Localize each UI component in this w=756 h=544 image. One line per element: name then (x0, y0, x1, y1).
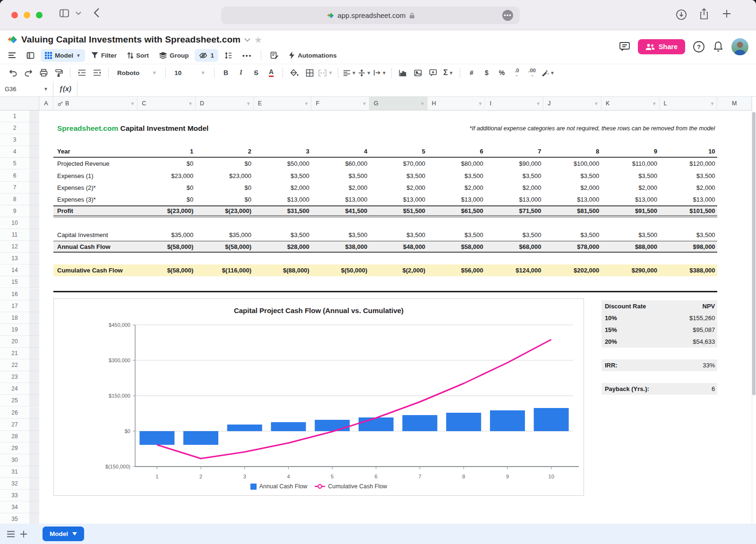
scrollbar-thumb[interactable] (752, 112, 756, 395)
table-row-expenses-3[interactable]: Expenses (3)*$0$0$13,000$13,000$13,000$1… (53, 194, 717, 205)
forms-button[interactable] (266, 49, 283, 62)
merge-cells-button[interactable]: ▼ (318, 67, 333, 79)
sum-button[interactable]: Σ▼ (442, 67, 455, 79)
cell[interactable]: $88,000 (601, 241, 660, 252)
cell[interactable]: $48,000 (369, 241, 428, 252)
cell[interactable]: $3,500 (254, 229, 312, 241)
undo-icon[interactable] (7, 67, 20, 79)
row-header-34[interactable]: 34 (0, 502, 29, 513)
cell[interactable]: $23,000 (137, 170, 196, 182)
cell[interactable]: 2 (196, 146, 254, 157)
column-header-C[interactable]: C▼ (137, 97, 196, 110)
cell[interactable]: $13,000 (486, 194, 544, 205)
row-header-20[interactable]: 20 (0, 336, 29, 348)
table-row-projected-revenue[interactable]: Projected Revenue$0$0$50,000$60,000$70,0… (53, 158, 717, 170)
group-button[interactable]: Group (155, 49, 193, 62)
row-header-7[interactable]: 7 (0, 182, 29, 194)
row-label[interactable]: Profit (57, 206, 73, 215)
add-sheet-icon[interactable] (20, 530, 27, 538)
notifications-bell-icon[interactable] (713, 41, 724, 53)
cell[interactable]: $3,500 (311, 170, 369, 182)
column-header-L[interactable]: L▼ (660, 97, 718, 110)
cell[interactable]: $2,000 (486, 182, 544, 194)
npv-table-header[interactable]: Discount RateNPV (601, 300, 717, 312)
cell[interactable]: $0 (196, 158, 254, 170)
indent-increase-icon[interactable] (75, 67, 88, 79)
row-header-33[interactable]: 33 (0, 490, 29, 502)
cell[interactable]: $35,000 (196, 229, 254, 241)
cell[interactable]: 4 (311, 146, 369, 157)
model-title-row[interactable]: Spreadsheet.com Capital Investment Model… (53, 122, 717, 134)
cell[interactable]: 10 (660, 146, 718, 157)
cell[interactable]: $2,000 (254, 182, 312, 194)
currency-format-icon[interactable]: $ (480, 67, 493, 79)
column-header-B[interactable]: B▼ (53, 97, 137, 110)
cell[interactable]: $3,500 (428, 229, 486, 241)
cell[interactable]: $3,500 (543, 170, 601, 182)
cell[interactable]: $61,500 (428, 206, 486, 215)
column-header-H[interactable]: H▼ (428, 97, 486, 110)
row-label[interactable]: Expenses (3)* (57, 194, 96, 205)
table-row-expenses-2[interactable]: Expenses (2)*$0$0$2,000$2,000$2,000$2,00… (53, 182, 717, 194)
row-header-21[interactable]: 21 (0, 348, 29, 359)
row-label[interactable]: Cumulative Cash Flow (57, 264, 123, 276)
user-avatar[interactable] (731, 38, 748, 55)
row-header-18[interactable]: 18 (0, 312, 29, 324)
table-row-annual-cash-flow[interactable]: Annual Cash Flow$(58,000)$(58,000)$28,00… (53, 241, 717, 253)
cell[interactable]: $2,000 (369, 182, 428, 194)
table-row-profit[interactable]: Profit$(23,000)$(23,000)$31,500$41,500$5… (53, 205, 717, 217)
increase-decimals-icon[interactable]: .00→ (525, 67, 539, 79)
row-header-13[interactable]: 13 (0, 253, 29, 264)
cell[interactable]: 3 (254, 146, 312, 157)
automations-button[interactable]: Automations (284, 49, 341, 62)
cell[interactable]: $(116,000) (196, 264, 254, 276)
cell[interactable]: 7 (486, 146, 544, 157)
select-all-corner[interactable] (0, 97, 39, 110)
cell[interactable]: $101,500 (660, 206, 718, 215)
cell[interactable]: $71,500 (486, 206, 544, 215)
insert-image-icon[interactable] (412, 67, 425, 79)
row-header-17[interactable]: 17 (0, 300, 29, 312)
horizontal-align-button[interactable]: ▼ (343, 67, 356, 79)
cell[interactable]: 5 (369, 146, 428, 157)
cell[interactable]: 1 (137, 146, 196, 157)
row-header-24[interactable]: 24 (0, 383, 29, 395)
row-header-23[interactable]: 23 (0, 371, 29, 383)
row-header-10[interactable]: 10 (0, 217, 29, 229)
row-label[interactable]: Capital Investment (57, 229, 108, 241)
cell[interactable]: $0 (137, 158, 196, 170)
percent-format-icon[interactable]: % (495, 67, 508, 79)
cell[interactable]: $3,500 (601, 170, 660, 182)
share-button[interactable]: Share (638, 39, 685, 54)
cell[interactable]: $3,500 (660, 170, 718, 182)
cell[interactable]: $2,000 (311, 182, 369, 194)
row-header-3[interactable]: 3 (0, 134, 29, 146)
format-painter-icon[interactable] (52, 67, 65, 79)
url-bar[interactable]: app.spreadsheet.com ••• (221, 7, 520, 24)
cell[interactable]: $58,000 (428, 241, 486, 252)
cash-flow-chart[interactable]: Capital Project Cash Flow (Annual vs. Cu… (53, 298, 584, 496)
column-header-J[interactable]: J▼ (543, 97, 601, 110)
cell[interactable]: $202,000 (543, 264, 601, 276)
new-tab-icon[interactable] (722, 9, 731, 18)
vertical-align-button[interactable]: ▼ (358, 67, 371, 79)
cell[interactable]: $290,000 (601, 264, 660, 276)
row-label[interactable]: Year (57, 146, 70, 157)
help-icon[interactable]: ? (693, 41, 705, 53)
cell[interactable]: $3,500 (543, 229, 601, 241)
insert-chart-icon[interactable] (396, 67, 410, 79)
cell[interactable]: $3,500 (369, 170, 428, 182)
row-header-6[interactable]: 6 (0, 170, 29, 182)
indent-decrease-icon[interactable] (90, 67, 103, 79)
cell[interactable]: $3,500 (369, 229, 428, 241)
row-header-16[interactable]: 16 (0, 289, 29, 300)
page-settings-icon[interactable]: ••• (502, 10, 513, 21)
cell[interactable]: $68,000 (486, 241, 544, 252)
strikethrough-button[interactable]: S (249, 67, 263, 79)
downloads-icon[interactable] (676, 9, 687, 20)
row-header-28[interactable]: 28 (0, 431, 29, 442)
cell[interactable]: $(58,000) (137, 264, 196, 276)
row-label[interactable]: Expenses (2)* (57, 182, 96, 194)
cell[interactable]: $3,500 (486, 170, 544, 182)
sort-button[interactable]: Sort (123, 49, 153, 62)
